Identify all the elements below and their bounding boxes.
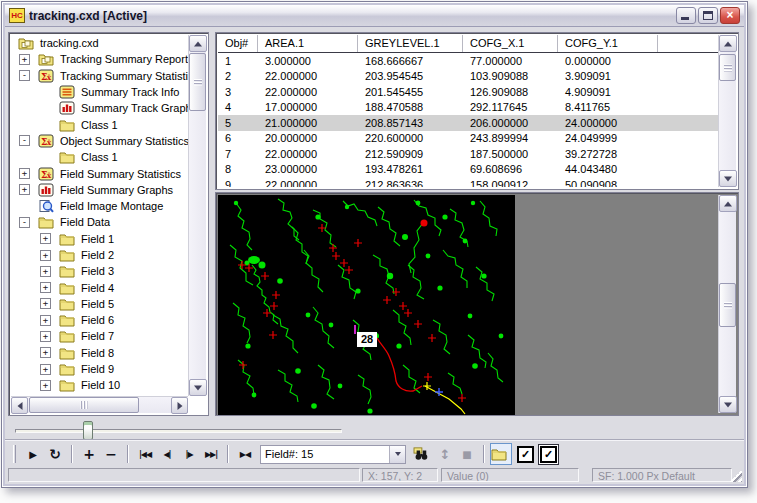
- zoom-out-button[interactable]: −: [100, 443, 122, 465]
- table-row[interactable]: 922.000000212.863636158.09091250.090908: [218, 177, 718, 187]
- tree-item[interactable]: +Field 10: [11, 377, 188, 393]
- tree-item[interactable]: +Field 1: [11, 231, 188, 247]
- tree-item[interactable]: +Field 8: [11, 345, 188, 361]
- table-header[interactable]: Obj#AREA.1GREYLEVEL.1COFG_X.1COFG_Y.1: [218, 35, 718, 53]
- column-header[interactable]: Obj#: [218, 35, 258, 52]
- scrollbar-thumb[interactable]: [719, 54, 736, 81]
- field-selector-combobox[interactable]: Field#: 15: [260, 445, 406, 464]
- tree-item[interactable]: +Field 9: [11, 361, 188, 377]
- scrollbar-thumb[interactable]: [189, 53, 206, 111]
- status-message: [8, 468, 360, 482]
- tracking-image[interactable]: 28: [218, 195, 515, 415]
- labels-toggle-checkbox[interactable]: ✓: [540, 446, 557, 463]
- column-header[interactable]: COFG_X.1: [463, 35, 558, 52]
- overlay-toggle-checkbox[interactable]: ✓: [517, 446, 534, 463]
- slider-thumb[interactable]: [83, 421, 93, 440]
- scroll-down-button[interactable]: [719, 170, 737, 187]
- expand-plus-icon[interactable]: +: [40, 298, 51, 309]
- stop-button[interactable]: ■: [456, 443, 478, 465]
- expand-plus-icon[interactable]: +: [19, 54, 30, 65]
- next-frame-button[interactable]: |▶: [178, 443, 200, 465]
- tree-item[interactable]: Class 1: [11, 149, 188, 165]
- scroll-left-button[interactable]: [11, 397, 28, 414]
- show-folder-button[interactable]: [490, 443, 512, 465]
- tree-item[interactable]: +Field 3: [11, 263, 188, 279]
- folder-icon: [59, 313, 75, 327]
- table-row[interactable]: 222.000000203.954545103.9090883.909091: [218, 69, 718, 85]
- table-vertical-scrollbar[interactable]: [718, 35, 736, 187]
- tree-item[interactable]: tracking.cxd: [11, 35, 188, 51]
- tree-horizontal-scrollbar[interactable]: [11, 396, 188, 413]
- goto-frame-button[interactable]: ▶◀: [234, 443, 256, 465]
- last-frame-button[interactable]: ▶▶|: [200, 443, 222, 465]
- tree-item[interactable]: Summary Track Info: [11, 84, 188, 100]
- find-field-button[interactable]: [412, 443, 434, 465]
- minimize-button[interactable]: [676, 7, 696, 24]
- expand-plus-icon[interactable]: +: [40, 282, 51, 293]
- tree-item[interactable]: +Field 6: [11, 312, 188, 328]
- scroll-up-button[interactable]: [189, 35, 207, 52]
- tree-item[interactable]: -Tracking Summary Statistics: [11, 68, 188, 84]
- scroll-down-button[interactable]: [719, 396, 737, 413]
- combobox-dropdown-button[interactable]: [389, 446, 405, 463]
- scroll-right-button[interactable]: [171, 397, 188, 414]
- previous-frame-button[interactable]: ◀|: [156, 443, 178, 465]
- tree-vertical-scrollbar[interactable]: [188, 35, 206, 396]
- table-row[interactable]: 322.000000201.545455126.9090884.909091: [218, 84, 718, 100]
- collapse-minus-icon[interactable]: -: [19, 135, 30, 146]
- expand-plus-icon[interactable]: +: [40, 364, 51, 375]
- column-header[interactable]: AREA.1: [258, 35, 358, 52]
- loop-button[interactable]: ↻: [44, 443, 66, 465]
- play-button[interactable]: ▶: [22, 443, 44, 465]
- expand-plus-icon[interactable]: +: [40, 315, 51, 326]
- expand-plus-icon[interactable]: +: [40, 380, 51, 391]
- sort-updown-button[interactable]: ↕: [434, 443, 456, 465]
- scroll-up-button[interactable]: [719, 35, 737, 52]
- field-image-panel: 28: [215, 192, 739, 416]
- expand-plus-icon[interactable]: +: [19, 168, 30, 179]
- table-row[interactable]: 521.000000208.857143206.00000024.000000: [218, 115, 718, 131]
- slider-track[interactable]: [15, 429, 342, 433]
- scrollbar-thumb[interactable]: [719, 283, 736, 327]
- zoom-in-button[interactable]: +: [78, 443, 100, 465]
- first-frame-button[interactable]: |◀◀: [134, 443, 156, 465]
- toolbar-grip[interactable]: [13, 445, 16, 463]
- expand-plus-icon[interactable]: +: [40, 331, 51, 342]
- tree-item[interactable]: +Field 4: [11, 279, 188, 295]
- scrollbar-thumb[interactable]: [29, 397, 139, 413]
- maximize-button[interactable]: [698, 7, 718, 24]
- tree-item[interactable]: +Field Summary Graphs: [11, 182, 188, 198]
- tree-item[interactable]: +Field 2: [11, 247, 188, 263]
- tree-item[interactable]: Summary Track Graph: [11, 100, 188, 116]
- table-row[interactable]: 13.000000168.66666777.0000000.000000: [218, 53, 718, 69]
- tree-item[interactable]: Class 1: [11, 116, 188, 132]
- table-row[interactable]: 417.000000188.470588292.1176458.411765: [218, 100, 718, 116]
- tree-item[interactable]: -Field Data: [11, 214, 188, 230]
- column-header[interactable]: GREYLEVEL.1: [358, 35, 463, 52]
- table-cell: 77.000000: [463, 55, 558, 67]
- expand-plus-icon[interactable]: +: [40, 233, 51, 244]
- expand-plus-icon[interactable]: +: [40, 266, 51, 277]
- expand-plus-icon[interactable]: +: [40, 250, 51, 261]
- table-row[interactable]: 620.000000220.600000243.89999424.049999: [218, 131, 718, 147]
- column-header[interactable]: COFG_Y.1: [558, 35, 658, 52]
- table-row[interactable]: 823.000000193.47826169.60869644.043480: [218, 162, 718, 178]
- table-row[interactable]: 722.000000212.590909187.50000039.272728: [218, 146, 718, 162]
- tree-item[interactable]: +Field 7: [11, 328, 188, 344]
- title-bar[interactable]: HC tracking.cxd [Active] ×: [5, 5, 744, 27]
- expand-plus-icon[interactable]: +: [19, 184, 30, 195]
- collapse-minus-icon[interactable]: -: [19, 70, 30, 81]
- close-button[interactable]: ×: [720, 7, 740, 24]
- scroll-up-button[interactable]: [719, 195, 737, 212]
- expand-plus-icon[interactable]: +: [40, 347, 51, 358]
- tree-item[interactable]: Field Image Montage: [11, 198, 188, 214]
- resize-grip[interactable]: [730, 470, 742, 482]
- table-cell: 212.863636: [358, 179, 463, 187]
- tree-item[interactable]: -Object Summary Statistics: [11, 133, 188, 149]
- tree-item[interactable]: +Field Summary Statistics: [11, 165, 188, 181]
- scroll-down-button[interactable]: [189, 379, 207, 396]
- tree-item[interactable]: +Tracking Summary Report: [11, 51, 188, 67]
- tree-item[interactable]: +Field 5: [11, 296, 188, 312]
- collapse-minus-icon[interactable]: -: [19, 217, 30, 228]
- image-vertical-scrollbar[interactable]: [718, 195, 736, 413]
